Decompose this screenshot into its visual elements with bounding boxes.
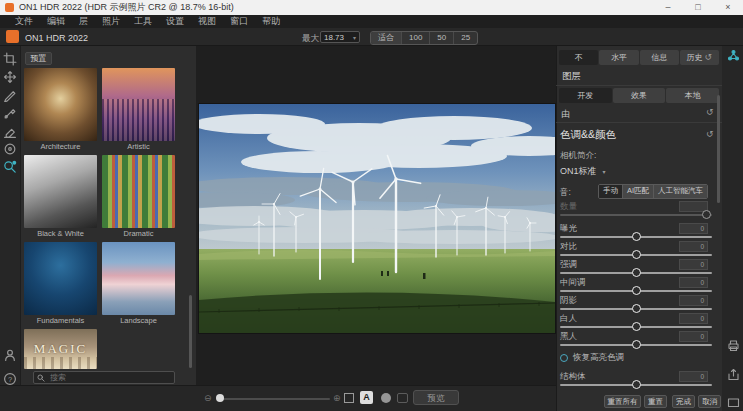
view-single-icon[interactable] — [344, 393, 354, 403]
bullseye-gradient-tool-icon[interactable] — [3, 142, 17, 156]
menu-layer[interactable]: 层 — [72, 15, 95, 28]
on1-logo-icon — [5, 3, 14, 12]
tab-effects[interactable]: 效果 — [613, 88, 666, 103]
history-reset-icon[interactable]: ↺ — [705, 50, 713, 65]
menu-window[interactable]: 窗口 — [223, 15, 255, 28]
pane-reset-icon[interactable]: ↺ — [706, 107, 714, 117]
move-tool-icon[interactable] — [3, 70, 17, 84]
slider-handle[interactable] — [702, 210, 711, 219]
tab-levels[interactable]: 水平 — [599, 50, 638, 65]
tone-color-reset-icon[interactable]: ↺ — [706, 129, 714, 139]
slider-handle[interactable] — [632, 286, 641, 295]
menu-tools[interactable]: 工具 — [127, 15, 159, 28]
minimize-button[interactable]: – — [653, 0, 683, 15]
slider-handle[interactable] — [632, 250, 641, 259]
menu-edit[interactable]: 编辑 — [40, 15, 72, 28]
fit-button[interactable]: 适合 — [371, 32, 401, 44]
recover-highlights-toggle[interactable]: 恢复高亮色调 — [560, 352, 624, 364]
preset-category-artistic[interactable]: Artistic — [102, 68, 175, 151]
preset-thumbnail[interactable] — [102, 68, 175, 141]
preset-thumbnail[interactable] — [24, 242, 97, 315]
masking-brush-tool-icon[interactable] — [3, 106, 17, 120]
tone-color-pane-title[interactable]: 色调&&颜色 — [560, 128, 616, 142]
done-button[interactable]: 完成 — [672, 395, 695, 408]
soft-proof-icon[interactable] — [397, 393, 408, 403]
slider-handle[interactable] — [632, 304, 641, 313]
camera-profile-label: 相机简介: — [560, 150, 596, 162]
zoom-25-button[interactable]: 25 — [453, 32, 477, 44]
preset-thumbnail[interactable]: MAGIC — [24, 329, 97, 369]
slider-handle[interactable] — [632, 340, 641, 349]
canvas-size-icon[interactable] — [727, 395, 740, 408]
slider-shadows: 阴影 0 — [560, 295, 712, 313]
preset-category-fundamentals[interactable]: Fundamentals — [24, 242, 97, 325]
preset-thumbnail[interactable] — [102, 242, 175, 315]
reset-all-button[interactable]: 重置所有 — [604, 395, 641, 408]
tab-local[interactable]: 本地 — [666, 88, 719, 103]
presets-tab[interactable]: 预置 — [25, 52, 52, 65]
tone-manual-button[interactable]: 手动 — [599, 185, 622, 198]
preset-category-architecture[interactable]: Architecture — [24, 68, 97, 151]
preset-search-box[interactable] — [33, 371, 175, 384]
sync-icon[interactable] — [727, 48, 740, 61]
app-name: ON1 HDR 2022 — [25, 33, 88, 43]
canvas-zoom-handle[interactable] — [216, 394, 224, 402]
preset-category-landscape[interactable]: Landscape — [102, 242, 175, 325]
title-bar: ON1 HDR 2022 (HDR 示例照片 CR2 @ 18.7% 16-bi… — [0, 0, 743, 15]
preset-thumbnail[interactable] — [24, 155, 97, 228]
zoom-out-icon[interactable]: ⊖ — [204, 393, 212, 403]
tab-history[interactable]: 历史 ↺ — [680, 50, 719, 65]
photo-preview[interactable] — [198, 103, 556, 334]
layers-header[interactable]: 图层 — [562, 70, 581, 83]
close-button[interactable]: × — [713, 0, 743, 15]
slider-handle[interactable] — [632, 380, 641, 389]
reset-button[interactable]: 重置 — [644, 395, 667, 408]
menu-help[interactable]: 帮助 — [255, 15, 287, 28]
menu-file[interactable]: 文件 — [8, 15, 40, 28]
pane-header[interactable]: 由 — [561, 108, 570, 121]
zoom-value-dropdown[interactable]: 18.73 ▾ — [320, 31, 360, 43]
zoom-100-button[interactable]: 100 — [401, 32, 429, 44]
tab-develop[interactable]: 开发 — [559, 88, 612, 103]
maximize-button[interactable]: □ — [683, 0, 713, 15]
mask-view-icon[interactable] — [381, 393, 391, 403]
zoom-tool-icon[interactable] — [3, 160, 17, 174]
tab-info[interactable]: 信息 — [640, 50, 679, 65]
preset-category-black-white[interactable]: Black & White — [24, 155, 97, 238]
tone-ai-match-button[interactable]: AI匹配 — [622, 185, 653, 198]
compare-original-icon[interactable]: A — [360, 391, 373, 404]
menu-settings[interactable]: 设置 — [159, 15, 191, 28]
canvas-zoom-slider[interactable] — [218, 398, 330, 400]
right-panel-scrollbar[interactable] — [717, 95, 720, 203]
user-account-icon[interactable] — [3, 348, 17, 362]
zoom-50-button[interactable]: 50 — [429, 32, 453, 44]
slider-handle[interactable] — [632, 322, 641, 331]
preset-thumbnail[interactable] — [24, 68, 97, 141]
slider-midtones: 中间调 0 — [560, 277, 712, 295]
slider-handle[interactable] — [632, 232, 641, 241]
preset-category-dramatic[interactable]: Dramatic — [102, 155, 175, 238]
window-title: ON1 HDR 2022 (HDR 示例照片 CR2 @ 18.7% 16-bi… — [19, 1, 234, 14]
help-icon[interactable]: ? — [3, 372, 17, 386]
crop-tool-icon[interactable] — [3, 52, 17, 66]
zoom-in-icon[interactable]: ⊕ — [333, 393, 341, 403]
preview-button[interactable]: 预览 — [413, 390, 459, 405]
cancel-button[interactable]: 取消 — [698, 395, 721, 408]
erase-tool-icon[interactable] — [3, 124, 17, 138]
menu-photo[interactable]: 照片 — [95, 15, 127, 28]
tone-ai-auto-button[interactable]: 人工智能汽车 — [653, 185, 707, 198]
search-input[interactable] — [48, 372, 171, 383]
print-icon[interactable] — [727, 338, 740, 351]
tab-navigator[interactable]: 不 — [559, 50, 598, 65]
export-icon[interactable] — [727, 367, 740, 380]
slider-handle[interactable] — [632, 268, 641, 277]
on1-app-logo-icon — [6, 30, 19, 43]
camera-profile-dropdown[interactable]: ON1标准 ▾ — [560, 165, 606, 178]
menu-view[interactable]: 视图 — [191, 15, 223, 28]
preset-category-magic[interactable]: MAGIC — [24, 329, 97, 369]
preset-thumbnail[interactable] — [102, 155, 175, 228]
paint-brush-tool-icon[interactable] — [3, 88, 17, 102]
menu-bar: 文件 编辑 层 照片 工具 设置 视图 窗口 帮助 — [0, 15, 743, 28]
presets-scrollbar[interactable] — [189, 295, 192, 368]
toggle-circle-icon[interactable] — [560, 354, 568, 362]
